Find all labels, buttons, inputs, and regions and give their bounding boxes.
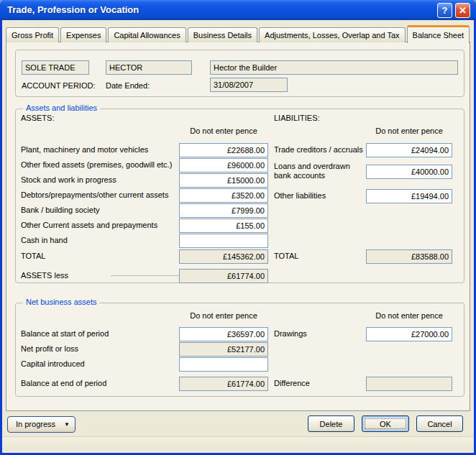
balance-end-field: £61774.00 [179,377,268,391]
account-period-label: ACCOUNT PERIOD: [22,81,95,91]
asset-row-field[interactable]: £155.00 [179,219,268,233]
assets-heading: ASSETS: [21,114,54,123]
window-title: Trade, Profession or Vocation [7,4,139,15]
status-dropdown[interactable]: In progress ▼ [7,416,75,433]
asset-row-label: Stock and work in progress [21,175,116,185]
tab-adjustments[interactable]: Adjustments, Losses, Overlap and Tax [259,27,406,42]
assets-pence-note: Do not enter pence [179,127,268,135]
asset-row-label: Bank / building society [21,206,99,215]
liabilities-pence-note: Do not enter pence [366,127,452,135]
asset-row-label: Other Current assets and prepayments [21,221,157,230]
assets-liabilities-legend: Assets and liabilities [23,104,100,112]
asset-row-field[interactable] [179,234,268,248]
asset-row-field[interactable]: £15000.00 [179,173,268,188]
liability-row-label: Loans and overdrawn bank accounts [274,162,359,180]
cancel-button[interactable]: Cancel [416,415,463,432]
asset-row-label: Plant, machinery and motor vehicles [21,145,148,155]
drawings-label: Drawings [274,329,307,339]
net-left-pence-note: Do not enter pence [179,311,268,320]
difference-label: Difference [274,379,310,388]
liability-row-field[interactable]: £40000.00 [366,165,452,179]
header-group: SOLE TRADE HECTOR Hector the Builder ACC… [15,50,464,97]
liabilities-heading: LIABILITIES: [274,114,320,123]
trade-type-field[interactable]: SOLE TRADE [22,60,89,75]
tab-strip: Gross Profit Expenses Capital Allowances… [6,25,470,42]
asset-row-field[interactable]: £7999.00 [179,203,268,218]
asset-row-label: Cash in hand [21,236,68,245]
asset-row-field[interactable]: £96000.00 [179,158,268,173]
chevron-down-icon: ▼ [64,417,70,432]
asset-row-field[interactable]: £22688.00 [179,143,268,157]
net-row-label: Balance at start of period [21,329,109,339]
assets-total-field: £145362.00 [179,249,268,264]
help-icon[interactable]: ? [437,3,452,18]
liabilities-total-label: TOTAL [274,252,298,261]
capital-introduced-field[interactable] [179,357,268,372]
liabilities-total-field: £83588.00 [366,249,452,264]
status-bar [2,436,474,451]
tab-expenses[interactable]: Expenses [60,27,106,42]
assets-less-label: ASSETS less [21,271,71,280]
balance-start-field[interactable]: £36597.00 [179,327,268,341]
assets-total-label: TOTAL [21,252,45,261]
net-row-label: Net profit or loss [21,344,78,354]
ok-button[interactable]: OK [362,415,409,432]
assets-less-field: £61774.00 [179,269,268,283]
tab-balance-sheet[interactable]: Balance Sheet [407,25,470,43]
liability-row-label: Trade creditors / accruals [274,145,365,155]
asset-row-label: Other fixed assets (premises, goodwill e… [21,160,172,170]
status-dropdown-value: In progress [16,420,55,428]
assets-less-connector-line [111,275,179,276]
net-row-label: Balance at end of period [21,379,106,388]
dialog-client-area: Gross Profit Expenses Capital Allowances… [2,20,474,453]
tab-capital-allowances[interactable]: Capital Allowances [108,27,186,42]
drawings-field[interactable]: £27000.00 [366,327,452,341]
net-profit-field: £52177.00 [179,342,268,357]
liability-row-field[interactable]: £24094.00 [366,143,452,157]
liability-row-label: Other liabilities [274,191,326,201]
business-name-field[interactable]: Hector the Builder [210,60,458,75]
balance-sheet-page: SOLE TRADE HECTOR Hector the Builder ACC… [6,42,470,411]
dialog-window: Trade, Profession or Vocation ? ✕ Gross … [0,0,476,455]
liability-row-field[interactable]: £19494.00 [366,189,452,203]
net-right-pence-note: Do not enter pence [366,311,452,320]
asset-row-label: Debtors/prepayments/other current assets [21,190,168,200]
net-row-label: Capital introduced [21,359,85,369]
close-icon[interactable]: ✕ [455,3,470,18]
tab-gross-profit[interactable]: Gross Profit [6,27,59,42]
date-ended-label: Date Ended: [106,81,150,91]
short-name-field[interactable]: HECTOR [106,60,192,75]
net-business-assets-legend: Net business assets [23,298,99,306]
asset-row-field[interactable]: £3520.00 [179,188,268,203]
title-bar[interactable]: Trade, Profession or Vocation ? ✕ [0,0,476,20]
delete-button[interactable]: Delete [308,415,354,432]
tab-business-details[interactable]: Business Details [188,27,257,42]
difference-field [366,377,452,391]
date-ended-field[interactable]: 31/08/2007 [210,78,288,92]
